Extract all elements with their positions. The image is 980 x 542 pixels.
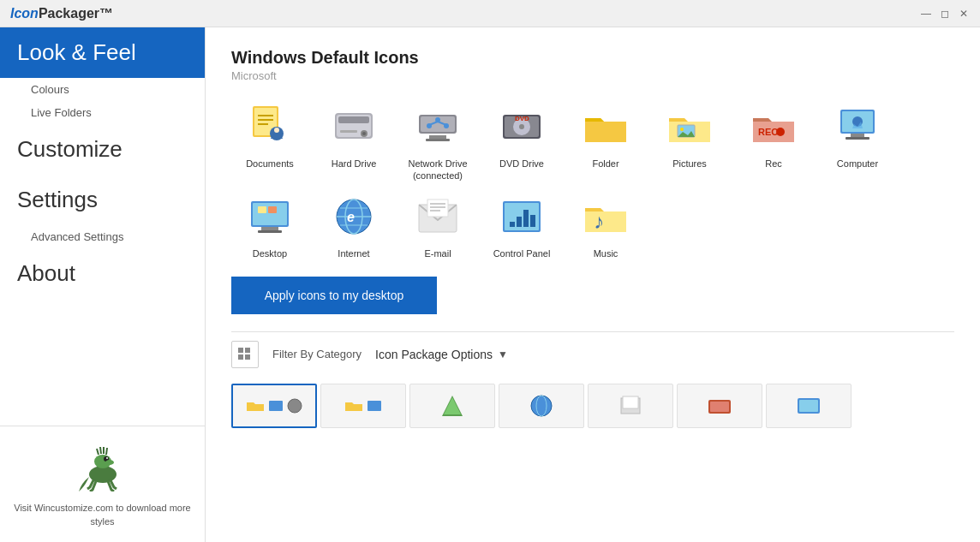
sidebar-footer-text: Visit Wincustomize.com to download more … — [14, 502, 191, 528]
svg-text:♪: ♪ — [594, 210, 604, 233]
thumb-2[interactable] — [320, 384, 406, 428]
thumb-3[interactable] — [409, 384, 495, 428]
email-label: E-mail — [424, 247, 451, 259]
email-icon — [410, 189, 465, 244]
svg-rect-67 — [245, 348, 250, 353]
svg-rect-39 — [846, 137, 869, 140]
svg-rect-82 — [799, 400, 818, 412]
svg-rect-68 — [238, 354, 243, 360]
desktop-icon — [242, 189, 297, 244]
dvd-drive-label: DVD Drive — [499, 158, 544, 170]
svg-point-3 — [106, 457, 108, 459]
svg-rect-62 — [523, 210, 529, 227]
thumb-5[interactable] — [588, 384, 673, 428]
svg-rect-8 — [258, 119, 273, 121]
svg-rect-20 — [429, 135, 446, 139]
icon-item-documents[interactable]: Documents — [231, 99, 308, 182]
svg-point-4 — [105, 460, 114, 465]
icon-grid: Documents Hard Drive Network Drive(conne… — [231, 99, 954, 259]
svg-point-75 — [531, 396, 552, 416]
svg-text:DVD: DVD — [515, 115, 529, 122]
thumb-4[interactable] — [499, 384, 584, 428]
thumb-7[interactable] — [766, 384, 852, 428]
computer-icon — [830, 99, 885, 154]
filter-grid-icon[interactable] — [231, 341, 259, 368]
main-container: Look & Feel Colours Live Folders Customi… — [0, 27, 980, 542]
dvd-drive-icon: DVD — [494, 99, 549, 154]
svg-rect-72 — [368, 401, 381, 411]
content-area: Windows Default Icons Microsoft Document… — [206, 27, 980, 542]
svg-rect-46 — [268, 206, 277, 213]
icon-item-control-panel[interactable]: Control Panel — [483, 189, 560, 259]
sidebar-item-advanced-settings[interactable]: Advanced Settings — [0, 225, 205, 248]
internet-label: Internet — [338, 247, 369, 259]
svg-point-24 — [435, 117, 440, 122]
page-title: Windows Default Icons — [231, 48, 954, 68]
svg-rect-66 — [238, 348, 243, 353]
svg-rect-42 — [253, 203, 287, 225]
sidebar-item-colours[interactable]: Colours — [0, 78, 205, 101]
svg-point-33 — [680, 128, 684, 131]
icon-item-folder[interactable]: Folder — [567, 99, 644, 182]
svg-point-30 — [519, 124, 524, 129]
maximize-button[interactable]: ◻ — [939, 8, 951, 20]
icon-item-computer[interactable]: Computer — [819, 99, 896, 182]
sidebar: Look & Feel Colours Live Folders Customi… — [0, 27, 206, 542]
internet-icon: e — [326, 189, 381, 244]
window-controls: — ◻ ✕ — [920, 8, 970, 20]
svg-rect-17 — [340, 130, 357, 133]
minimize-button[interactable]: — — [920, 8, 932, 20]
svg-marker-74 — [444, 397, 461, 414]
network-drive-icon — [410, 99, 465, 154]
svg-rect-56 — [430, 206, 445, 208]
close-button[interactable]: ✕ — [958, 8, 970, 20]
documents-icon — [242, 99, 297, 154]
apply-button[interactable]: Apply icons to my desktop — [231, 277, 437, 314]
filter-dropdown[interactable]: Icon Package Options ▼ — [375, 348, 508, 361]
svg-point-11 — [274, 128, 279, 133]
sidebar-item-about[interactable]: About — [0, 248, 205, 299]
svg-text:REC: REC — [758, 127, 778, 137]
icon-item-rec[interactable]: REC Rec — [735, 99, 812, 182]
hard-drive-label: Hard Drive — [332, 158, 377, 170]
sidebar-item-live-folders[interactable]: Live Folders — [0, 101, 205, 124]
hard-drive-icon — [326, 99, 381, 154]
thumb-1[interactable] — [231, 384, 317, 428]
control-panel-label: Control Panel — [493, 247, 551, 259]
desktop-label: Desktop — [253, 247, 287, 259]
svg-rect-70 — [269, 401, 283, 411]
folder-icon — [578, 99, 633, 154]
filter-bar: Filter By Category Icon Package Options … — [231, 331, 954, 377]
svg-point-26 — [444, 123, 449, 128]
icon-item-network-drive[interactable]: Network Drive(connected) — [399, 99, 476, 182]
icon-item-pictures[interactable]: Pictures — [651, 99, 728, 182]
sidebar-item-look-feel[interactable]: Look & Feel — [0, 27, 205, 78]
filter-by-category-label: Filter By Category — [272, 348, 362, 360]
icon-item-dvd-drive[interactable]: DVD DVD Drive — [483, 99, 560, 182]
svg-rect-55 — [430, 203, 445, 205]
svg-rect-44 — [258, 230, 282, 233]
svg-rect-57 — [430, 210, 440, 211]
pictures-icon — [662, 99, 717, 154]
thumb-6[interactable] — [677, 384, 762, 428]
svg-rect-69 — [245, 354, 250, 360]
icon-item-internet[interactable]: e Internet — [315, 189, 392, 259]
page-subtitle: Microsoft — [231, 69, 954, 82]
icon-item-desktop[interactable]: Desktop — [231, 189, 308, 259]
icon-item-email[interactable]: E-mail — [399, 189, 476, 259]
svg-rect-38 — [851, 134, 864, 137]
icon-item-music[interactable]: ♪ Music — [567, 189, 644, 259]
svg-rect-7 — [258, 115, 273, 116]
icon-item-hard-drive[interactable]: Hard Drive — [315, 99, 392, 182]
filter-dropdown-label: Icon Package Options — [375, 348, 493, 361]
documents-label: Documents — [246, 158, 294, 170]
control-panel-icon — [494, 189, 549, 244]
sidebar-item-customize[interactable]: Customize — [0, 124, 205, 175]
bottom-thumbnails — [231, 377, 954, 435]
sidebar-item-settings[interactable]: Settings — [0, 175, 205, 225]
svg-rect-9 — [258, 123, 268, 125]
sidebar-nav: Look & Feel Colours Live Folders Customi… — [0, 27, 205, 426]
svg-point-35 — [776, 128, 785, 136]
pictures-label: Pictures — [672, 158, 707, 170]
svg-rect-78 — [623, 396, 638, 408]
